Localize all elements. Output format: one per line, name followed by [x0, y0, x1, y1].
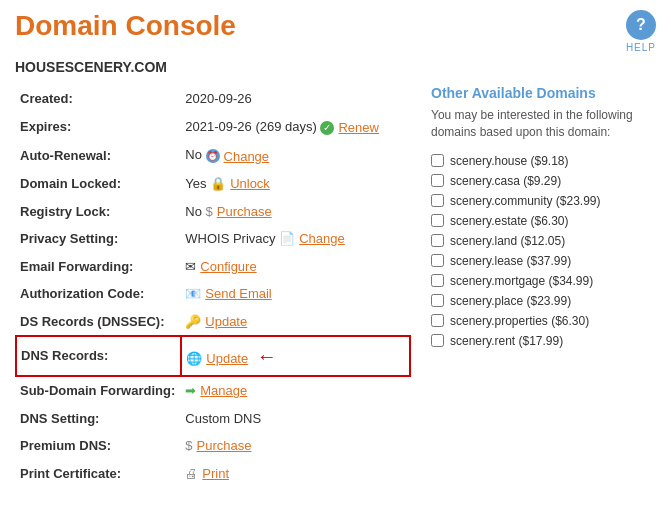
print-certificate-link[interactable]: Print — [202, 464, 229, 484]
domain-option-label: scenery.house ($9.18) — [450, 154, 569, 168]
row-value: 🌐Update ← — [181, 336, 410, 376]
row-label: Sub-Domain Forwarding: — [16, 376, 181, 405]
domain-option-checkbox[interactable] — [431, 194, 444, 207]
action-container: 🔒Unlock — [210, 174, 270, 194]
action-container: 📄Change — [279, 229, 345, 249]
table-row: DNS Setting:Custom DNS — [16, 405, 410, 433]
row-value: Yes 🔒Unlock — [181, 170, 410, 198]
table-row: Auto-Renewal:No ⏰Change — [16, 141, 410, 170]
row-value: ✉Configure — [181, 253, 410, 281]
domain-option-item: scenery.properties ($6.30) — [431, 311, 656, 331]
domain-option-item: scenery.estate ($6.30) — [431, 211, 656, 231]
domain-option-label: scenery.lease ($37.99) — [450, 254, 571, 268]
row-value: No $Purchase — [181, 198, 410, 226]
domain-option-item: scenery.land ($12.05) — [431, 231, 656, 251]
domain-option-label: scenery.rent ($17.99) — [450, 334, 563, 348]
domain-option-checkbox[interactable] — [431, 234, 444, 247]
row-value: WHOIS Privacy 📄Change — [181, 225, 410, 253]
table-row: Expires:2021-09-26 (269 days) ✓Renew — [16, 113, 410, 142]
domain-option-label: scenery.mortgage ($34.99) — [450, 274, 593, 288]
domain-option-checkbox[interactable] — [431, 174, 444, 187]
table-row: Premium DNS:$Purchase — [16, 432, 410, 460]
action-container: ✉Configure — [185, 257, 256, 277]
domain-option-label: scenery.casa ($9.29) — [450, 174, 561, 188]
row-value: 2021-09-26 (269 days) ✓Renew — [181, 113, 410, 142]
domain-option-checkbox[interactable] — [431, 154, 444, 167]
help-label: HELP — [626, 42, 656, 53]
row-label: DNS Records: — [16, 336, 181, 376]
table-row: Print Certificate:🖨Print — [16, 460, 410, 488]
auto-renewal-change-link[interactable]: Change — [224, 147, 270, 167]
domain-option-label: scenery.properties ($6.30) — [450, 314, 589, 328]
domain-option-item: scenery.place ($23.99) — [431, 291, 656, 311]
row-label: DS Records (DNSSEC): — [16, 308, 181, 337]
row-value: 🖨Print — [181, 460, 410, 488]
table-row: DS Records (DNSSEC):🔑Update — [16, 308, 410, 337]
domain-option-checkbox[interactable] — [431, 334, 444, 347]
globe-icon: 🌐 — [186, 349, 202, 369]
auth-code-send-link[interactable]: Send Email — [205, 284, 271, 304]
right-panel: Other Available Domains You may be inter… — [431, 85, 656, 487]
row-label: Authorization Code: — [16, 280, 181, 308]
dns-records-update-link[interactable]: Update — [206, 349, 248, 369]
domain-option-label: scenery.community ($23.99) — [450, 194, 601, 208]
row-text: 2020-09-26 — [185, 91, 252, 106]
left-panel: Created:2020-09-26 Expires:2021-09-26 (2… — [15, 85, 411, 487]
arrow-right-icon: ➡ — [185, 381, 196, 401]
registry-lock-purchase-link[interactable]: Purchase — [217, 202, 272, 222]
table-row: Privacy Setting:WHOIS Privacy 📄Change — [16, 225, 410, 253]
row-label: Domain Locked: — [16, 170, 181, 198]
row-text: Custom DNS — [185, 411, 261, 426]
ds-records-update-link[interactable]: Update — [205, 312, 247, 332]
domain-option-item: scenery.house ($9.18) — [431, 151, 656, 171]
printer-icon: 🖨 — [185, 464, 198, 484]
dollar-icon: $ — [185, 436, 192, 456]
table-row: DNS Records:🌐Update ← — [16, 336, 410, 376]
row-value: 2020-09-26 — [181, 85, 410, 113]
action-container: 📧Send Email — [185, 284, 271, 304]
action-container: 🖨Print — [185, 464, 229, 484]
code-icon: 📧 — [185, 284, 201, 304]
row-label: Print Certificate: — [16, 460, 181, 488]
unlock-link[interactable]: Unlock — [230, 174, 270, 194]
domain-option-item: scenery.rent ($17.99) — [431, 331, 656, 351]
privacy-change-link[interactable]: Change — [299, 229, 345, 249]
row-value: No ⏰Change — [181, 141, 410, 170]
table-row: Registry Lock:No $Purchase — [16, 198, 410, 226]
page-title: Domain Console — [15, 10, 236, 42]
other-domains-title: Other Available Domains — [431, 85, 656, 101]
domain-option-checkbox[interactable] — [431, 274, 444, 287]
domain-option-checkbox[interactable] — [431, 314, 444, 327]
clock-icon: ⏰ — [206, 149, 220, 163]
row-label: Email Forwarding: — [16, 253, 181, 281]
table-row: Created:2020-09-26 — [16, 85, 410, 113]
action-container: 🌐Update — [186, 349, 248, 369]
dns-arrow: ← — [257, 345, 277, 367]
main-layout: Created:2020-09-26 Expires:2021-09-26 (2… — [15, 85, 656, 487]
domain-option-checkbox[interactable] — [431, 294, 444, 307]
row-value: $Purchase — [181, 432, 410, 460]
help-icon: ? — [626, 10, 656, 40]
domain-name: HOUSESCENERY.COM — [15, 59, 656, 75]
row-label: Expires: — [16, 113, 181, 142]
domain-option-checkbox[interactable] — [431, 254, 444, 267]
page-header: Domain Console ? HELP — [15, 10, 656, 53]
row-label: Auto-Renewal: — [16, 141, 181, 170]
domain-option-item: scenery.community ($23.99) — [431, 191, 656, 211]
email-forwarding-configure-link[interactable]: Configure — [200, 257, 256, 277]
doc-icon: 📄 — [279, 229, 295, 249]
row-value: 📧Send Email — [181, 280, 410, 308]
premium-dns-purchase-link[interactable]: Purchase — [197, 436, 252, 456]
domain-option-checkbox[interactable] — [431, 214, 444, 227]
action-container: 🔑Update — [185, 312, 247, 332]
row-text: No — [185, 147, 202, 162]
table-row: Email Forwarding:✉Configure — [16, 253, 410, 281]
table-row: Authorization Code:📧Send Email — [16, 280, 410, 308]
renew-link[interactable]: Renew — [338, 118, 378, 138]
domain-option-item: scenery.mortgage ($34.99) — [431, 271, 656, 291]
domain-option-label: scenery.estate ($6.30) — [450, 214, 569, 228]
lock-icon: 🔒 — [210, 174, 226, 194]
row-label: Registry Lock: — [16, 198, 181, 226]
help-button[interactable]: ? HELP — [626, 10, 656, 53]
subdomain-manage-link[interactable]: Manage — [200, 381, 247, 401]
